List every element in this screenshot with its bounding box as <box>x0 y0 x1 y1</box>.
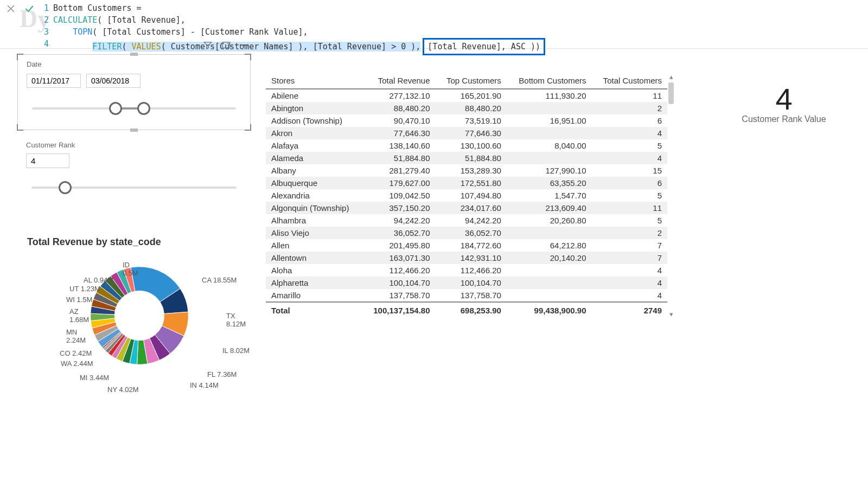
formula-editor[interactable]: 1Bottom Customers =2CALCULATE( [Total Re… <box>40 0 868 57</box>
donut-slice-label: MI 3.44M <box>80 374 109 382</box>
table-scrollbar[interactable]: ▴ ▾ <box>667 73 675 318</box>
donut-slice-label: ID0.5M <box>123 261 138 277</box>
formula-bar: 1Bottom Customers =2CALCULATE( [Total Re… <box>0 0 868 49</box>
donut-slice-label: IL 8.02M <box>222 346 250 355</box>
focus-mode-icon[interactable] <box>221 40 232 50</box>
rank-slider-thumb[interactable] <box>59 181 72 194</box>
revenue-by-state-chart[interactable]: Total Revenue by state_code CA 18.55MTX8… <box>17 236 251 416</box>
table-header[interactable]: Top Customers <box>436 73 507 89</box>
table-row[interactable]: Alameda51,884.8051,884.804 <box>266 152 667 164</box>
more-options-icon[interactable]: ••• <box>239 40 250 50</box>
table-header[interactable]: Total Customers <box>592 73 667 89</box>
customer-rank-slicer[interactable]: Customer Rank <box>17 138 251 209</box>
customer-rank-input[interactable] <box>26 153 69 168</box>
table-row[interactable]: Alpharetta100,104.70100,104.704 <box>266 277 667 289</box>
table-row[interactable]: Alhambra94,242.2094,242.2020,260.805 <box>266 214 667 227</box>
donut-slice-label: WA 2.44M <box>61 359 93 368</box>
table-row[interactable]: Aliso Viejo36,052.7036,052.702 <box>266 227 667 239</box>
table-row[interactable]: Aloha112,466.20112,466.204 <box>266 264 667 277</box>
table-row[interactable]: Amarillo137,758.70137,758.704 <box>266 289 667 302</box>
date-range-slider[interactable] <box>27 98 241 119</box>
date-from-input[interactable] <box>27 74 81 88</box>
scroll-down-icon[interactable]: ▾ <box>667 310 675 318</box>
table-row[interactable]: Allentown163,071.30142,931.1020,140.207 <box>266 252 667 264</box>
table-row[interactable]: Addison (Township)90,470.1073,519.1016,9… <box>266 114 667 127</box>
table-row[interactable]: Akron77,646.3077,646.304 <box>266 127 667 139</box>
donut-slice-label: AL 0.94M <box>84 276 113 284</box>
customer-rank-slider[interactable] <box>26 177 242 198</box>
date-slider-thumb-start[interactable] <box>109 102 122 115</box>
donut-slice-label: WI 1.5M <box>66 296 92 304</box>
filter-icon[interactable] <box>202 40 213 50</box>
cancel-icon[interactable] <box>5 3 16 16</box>
donut-chart-title: Total Revenue by state_code <box>27 236 251 248</box>
donut-slice-label: CO 2.42M <box>60 349 92 357</box>
table-row[interactable]: Albany281,279.40153,289.30127,990.1015 <box>266 164 667 177</box>
card-label: Customer Rank Value <box>722 114 846 124</box>
table-header[interactable]: Bottom Customers <box>507 73 592 89</box>
donut-slice-label: FL 7.36M <box>207 370 237 378</box>
card-value: 4 <box>722 81 846 117</box>
donut-slice-label: CA 18.55M <box>202 276 237 284</box>
scroll-up-icon[interactable]: ▴ <box>667 73 675 81</box>
date-to-input[interactable] <box>86 74 141 88</box>
table-row[interactable]: Albuquerque179,627.00172,551.8063,355.20… <box>266 177 667 189</box>
table-row[interactable]: Alafaya138,140.60130,100.608,040.005 <box>266 139 667 152</box>
donut-slice-label: UT 1.23M <box>69 285 100 293</box>
date-slider-thumb-end[interactable] <box>137 102 150 115</box>
table-row[interactable]: Abington88,480.2088,480.202 <box>266 102 667 114</box>
table-row[interactable]: Alexandria109,042.50107,494.801,547.705 <box>266 189 667 202</box>
date-slicer[interactable]: ••• Date <box>17 54 251 130</box>
donut-slice-label: NY 4.02M <box>107 386 139 394</box>
donut-slice-label: TX8.12M <box>226 312 246 328</box>
commit-icon[interactable] <box>24 3 35 16</box>
donut-slice-label: MN2.24M <box>66 328 86 344</box>
table-row[interactable]: Algonquin (Township)357,150.20234,017.60… <box>266 202 667 214</box>
table-row[interactable]: Abilene277,132.10165,201.90111,930.2011 <box>266 89 667 102</box>
stores-table[interactable]: StoresTotal RevenueTop CustomersBottom C… <box>266 73 667 318</box>
rank-label: Customer Rank <box>26 141 242 149</box>
scroll-thumb[interactable] <box>668 82 674 104</box>
donut-slice-label: IN 4.14M <box>190 381 219 389</box>
customer-rank-card: 4 Customer Rank Value <box>722 81 846 124</box>
date-label: Date <box>27 60 241 68</box>
table-row[interactable]: Allen201,495.80184,772.6064,212.807 <box>266 239 667 252</box>
table-header[interactable]: Total Revenue <box>362 73 436 89</box>
table-header[interactable]: Stores <box>266 73 362 89</box>
donut-slice-label: AZ1.68M <box>69 307 89 324</box>
